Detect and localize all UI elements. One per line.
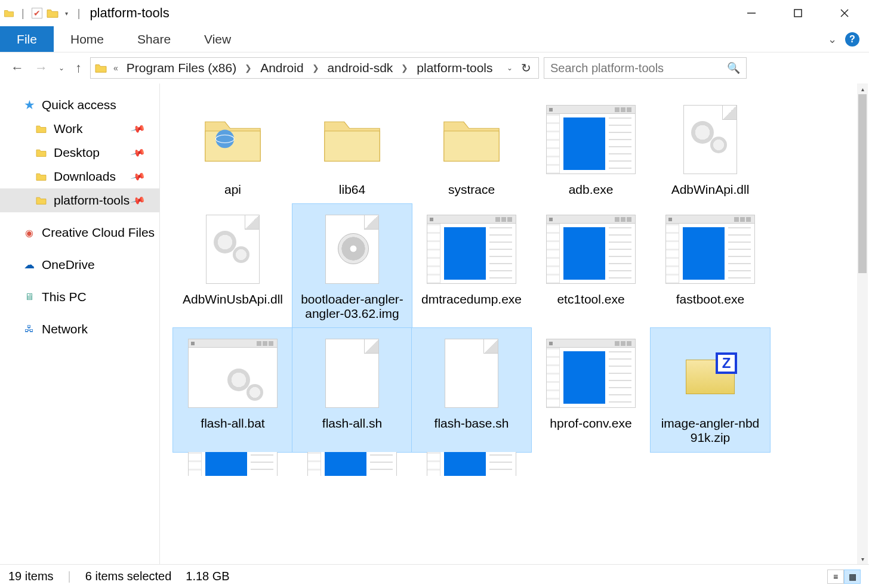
sidebar-item-onedrive[interactable]: ☁OneDrive — [0, 253, 159, 277]
quick-access-header[interactable]: ★ Quick access — [0, 93, 159, 117]
search-input[interactable] — [550, 61, 727, 75]
file-label: flash-all.sh — [319, 416, 386, 434]
status-bar: 19 items | 6 items selected 1.18 GB ≡ ▦ — [0, 564, 869, 588]
search-icon[interactable]: 🔍 — [727, 61, 740, 75]
file-item[interactable]: dmtracedump.exe — [412, 204, 531, 328]
sidebar-item-label: Downloads — [54, 169, 116, 184]
file-icon — [445, 339, 498, 408]
exe-icon — [188, 452, 278, 476]
file-label: systrace — [445, 182, 498, 200]
sidebar-item-platform-tools[interactable]: platform-tools📌 — [0, 188, 159, 212]
file-item[interactable]: Zimage-angler-nbd91k.zip — [651, 328, 770, 452]
qat: | ✔ ▾ | — [4, 7, 84, 20]
scrollbar[interactable]: ▴ ▾ — [857, 83, 868, 564]
address-dropdown-icon[interactable]: ⌄ — [507, 64, 513, 72]
breadcrumb-segment[interactable]: platform-tools — [414, 61, 495, 75]
file-item[interactable]: api — [173, 94, 292, 204]
sidebar-item-this-pc[interactable]: 🖥This PC — [0, 285, 159, 309]
file-item[interactable] — [173, 452, 292, 476]
file-item[interactable]: lib64 — [292, 94, 412, 204]
address-bar[interactable]: « Program Files (x86) ❯ Android ❯ androi… — [90, 57, 539, 79]
file-item[interactable]: fastboot.exe — [651, 204, 770, 328]
quick-access-label: Quick access — [42, 98, 116, 112]
search-box[interactable]: 🔍 — [544, 57, 747, 79]
disc-image-icon — [325, 215, 379, 284]
file-item[interactable] — [412, 452, 531, 476]
chevron-right-icon[interactable]: ❯ — [399, 63, 411, 73]
sidebar-item-label: This PC — [42, 290, 87, 304]
nav-back-button[interactable]: ← — [11, 60, 24, 76]
file-item[interactable] — [292, 452, 412, 476]
refresh-button[interactable]: ↻ — [517, 61, 535, 75]
sidebar-item-desktop[interactable]: Desktop📌 — [0, 141, 159, 165]
exe-icon — [546, 215, 636, 284]
folder-icon — [200, 110, 266, 169]
sidebar-item-downloads[interactable]: Downloads📌 — [0, 165, 159, 188]
ribbon: File Home Share View ⌄ ? — [0, 26, 869, 52]
exe-icon — [427, 215, 516, 284]
nav-recent-dropdown[interactable]: ⌄ — [58, 64, 64, 72]
dll-icon — [683, 105, 737, 174]
qat-newfolder-icon[interactable] — [46, 8, 59, 18]
chevron-right-icon[interactable]: ❯ — [242, 63, 254, 73]
chevron-right-icon[interactable]: ❯ — [310, 63, 322, 73]
minimize-button[interactable] — [742, 4, 760, 22]
maximize-button[interactable] — [789, 4, 807, 22]
window-title: platform-tools — [90, 5, 169, 21]
sidebar-item-label: Work — [54, 122, 83, 136]
content-pane: apilib64systraceadb.exeAdbWinApi.dllAdbW… — [160, 83, 869, 564]
folder-icon — [35, 147, 48, 158]
file-item[interactable]: hprof-conv.exe — [531, 328, 651, 452]
file-item[interactable]: bootloader-angler-angler-03.62.img — [292, 204, 412, 328]
tab-view[interactable]: View — [187, 26, 248, 52]
close-button[interactable] — [836, 4, 853, 22]
file-item[interactable]: flash-base.sh — [412, 328, 531, 452]
file-tab[interactable]: File — [0, 26, 54, 52]
folder-icon — [439, 110, 504, 169]
file-label: fastboot.exe — [673, 292, 748, 310]
breadcrumb-segment[interactable]: Program Files (x86) — [124, 61, 239, 75]
help-button[interactable]: ? — [845, 32, 859, 47]
view-large-icons-button[interactable]: ▦ — [844, 570, 861, 584]
cc-icon: ◉ — [23, 227, 36, 238]
file-item[interactable]: AdbWinUsbApi.dll — [173, 204, 292, 328]
exe-icon — [427, 452, 516, 476]
nav-up-button[interactable]: ↑ — [75, 60, 82, 76]
sidebar-item-label: Network — [42, 322, 88, 336]
folder-icon — [4, 8, 14, 18]
file-item[interactable]: systrace — [412, 94, 531, 204]
file-icon — [325, 339, 379, 408]
sidebar-item-creative-cloud-files[interactable]: ◉Creative Cloud Files — [0, 221, 159, 245]
scroll-thumb[interactable] — [858, 94, 867, 273]
qat-dropdown-icon[interactable]: ▾ — [63, 10, 70, 17]
scroll-up-icon[interactable]: ▴ — [857, 83, 868, 94]
file-item[interactable]: adb.exe — [531, 94, 651, 204]
breadcrumb-overflow[interactable]: « — [111, 63, 121, 73]
status-item-count: 19 items — [8, 570, 54, 583]
file-item[interactable]: etc1tool.exe — [531, 204, 651, 328]
file-item[interactable]: flash-all.bat — [173, 328, 292, 452]
file-grid[interactable]: apilib64systraceadb.exeAdbWinApi.dllAdbW… — [160, 83, 869, 476]
file-item[interactable]: flash-all.sh — [292, 328, 412, 452]
file-label: AdbWinApi.dll — [668, 182, 753, 200]
breadcrumb-segment[interactable]: android-sdk — [325, 61, 396, 75]
sidebar-item-label: platform-tools — [54, 193, 130, 208]
view-details-button[interactable]: ≡ — [827, 570, 844, 584]
dll-icon — [206, 215, 260, 284]
tab-share[interactable]: Share — [121, 26, 187, 52]
nav-forward-button[interactable]: → — [35, 60, 48, 76]
ribbon-expand-icon[interactable]: ⌄ — [828, 33, 837, 46]
breadcrumb-segment[interactable]: Android — [258, 61, 306, 75]
qat-properties-icon[interactable]: ✔ — [32, 8, 42, 18]
exe-icon — [546, 105, 636, 174]
sidebar-item-work[interactable]: Work📌 — [0, 117, 159, 141]
exe-icon — [665, 215, 755, 284]
scroll-down-icon[interactable]: ▾ — [857, 553, 868, 564]
pin-icon: 📌 — [130, 169, 146, 184]
sidebar-item-label: OneDrive — [42, 258, 95, 272]
sidebar-item-network[interactable]: 🖧Network — [0, 317, 159, 341]
tab-home[interactable]: Home — [54, 26, 121, 52]
pin-icon: 📌 — [130, 193, 146, 208]
onedrive-icon: ☁ — [23, 259, 36, 270]
file-item[interactable]: AdbWinApi.dll — [651, 94, 770, 204]
